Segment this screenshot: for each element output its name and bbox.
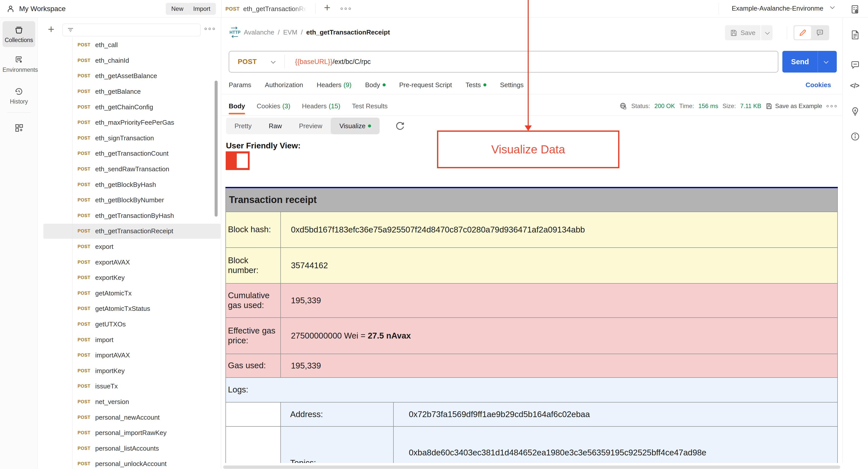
breadcrumb-request-name[interactable]: eth_getTransactionReceipt <box>306 28 390 36</box>
request-list-item[interactable]: POST eth_chainId <box>38 53 221 68</box>
request-list-item[interactable]: POST eth_sendRawTransaction <box>38 161 221 177</box>
request-list-item[interactable]: POST getUTXOs <box>38 317 221 332</box>
time-label: Time: <box>679 102 694 110</box>
horizontal-scrollbar[interactable] <box>221 463 868 469</box>
send-button[interactable]: Send <box>782 51 837 72</box>
view-raw[interactable]: Raw <box>260 118 290 134</box>
rail-history[interactable]: History <box>2 87 35 105</box>
rail-collections[interactable]: Collections <box>2 21 35 47</box>
request-list-item[interactable]: POST getAtomicTxStatus <box>38 301 221 317</box>
request-list-item[interactable]: POST eth_getChainConfig <box>38 99 221 115</box>
documentation-icon[interactable] <box>850 30 860 40</box>
request-list-item[interactable]: POST eth_getTransactionByHash <box>38 208 221 224</box>
view-pretty[interactable]: Pretty <box>226 118 260 134</box>
request-name: export <box>95 243 113 251</box>
visualizer-checkbox[interactable] <box>226 151 250 170</box>
request-list-item[interactable]: POST eth_getBalance <box>38 84 221 99</box>
tab-settings[interactable]: Settings <box>500 81 524 89</box>
response-tab-test-results[interactable]: Test Results <box>352 97 388 115</box>
request-list-item[interactable]: POST export <box>38 239 221 255</box>
workspace-switcher[interactable]: My Workspace <box>6 0 66 18</box>
tab-options-icon[interactable] <box>341 7 351 10</box>
row-value: 35744162 <box>281 248 838 283</box>
method-selector[interactable]: POST <box>229 58 257 66</box>
request-list-item[interactable]: POST importKey <box>38 363 221 379</box>
view-preview[interactable]: Preview <box>290 118 331 134</box>
request-list-item[interactable]: POST exportKey <box>38 270 221 286</box>
rail-environments[interactable]: Environments <box>2 55 35 73</box>
request-list-item[interactable]: POST eth_maxPriorityFeePerGas <box>38 115 221 130</box>
method-chevron-icon[interactable] <box>271 59 275 63</box>
tab-headers[interactable]: Headers(9) <box>317 81 351 89</box>
response-options-icon[interactable] <box>827 105 837 107</box>
tab-tests[interactable]: Tests <box>465 81 486 89</box>
environment-selector[interactable]: Example-Avalanche-Environme <box>732 4 824 12</box>
request-list-item[interactable]: POST personal_newAccount <box>38 410 221 425</box>
code-snippet-icon[interactable]: </> <box>850 82 859 90</box>
environment-quick-look-icon[interactable] <box>850 4 861 14</box>
response-tab-headers[interactable]: Headers(15) <box>302 97 341 115</box>
new-button[interactable]: New <box>166 3 189 15</box>
request-list-item[interactable]: POST net_version <box>38 394 221 410</box>
request-list-item[interactable]: POST eth_getBlockByHash <box>38 177 221 192</box>
request-list-item[interactable]: POST personal_unlockAccount <box>38 456 221 469</box>
request-list-item[interactable]: POST import <box>38 332 221 348</box>
history-icon <box>2 87 35 96</box>
save-as-example-button[interactable]: Save as Example <box>766 102 822 110</box>
edit-mode-button[interactable] <box>795 26 811 39</box>
size-value: 7.11 KB <box>740 102 762 110</box>
save-button[interactable]: Save <box>725 25 761 40</box>
breadcrumb-folder[interactable]: EVM <box>283 28 297 36</box>
url-input[interactable]: {{baseURL}}/ext/bc/C/rpc <box>295 58 371 66</box>
postbot-icon[interactable] <box>850 106 860 116</box>
search-input[interactable] <box>62 24 200 36</box>
request-list-item[interactable]: POST getAtomicTx <box>38 286 221 301</box>
workspace-name: My Workspace <box>19 5 66 13</box>
info-icon[interactable] <box>850 131 860 142</box>
send-options-icon[interactable] <box>824 59 828 63</box>
request-tab[interactable]: POST eth_getTransactionRece <box>225 0 307 18</box>
sidebar-scrollbar[interactable] <box>215 81 218 217</box>
request-list-item[interactable]: POST eth_getBlockByNumber <box>38 192 221 208</box>
chevron-down-icon[interactable] <box>830 4 835 9</box>
request-list-item[interactable]: POST personal_importRawKey <box>38 425 221 441</box>
request-list-item[interactable]: POST issueTx <box>38 379 221 394</box>
comments-icon[interactable] <box>850 60 860 70</box>
breadcrumb-collection[interactable]: Avalanche <box>244 28 274 36</box>
request-list-item[interactable]: POST eth_getTransactionReceipt <box>38 223 221 239</box>
add-collection-button[interactable]: + <box>48 24 54 35</box>
comment-mode-button[interactable] <box>812 26 828 39</box>
tab-authorization[interactable]: Authorization <box>265 81 303 89</box>
response-tab-cookies[interactable]: Cookies(3) <box>257 97 290 115</box>
request-list-item[interactable]: POST importAVAX <box>38 348 221 363</box>
topics-label: Topics: <box>281 427 394 469</box>
configure-sidebar-icon[interactable] <box>14 123 24 133</box>
tab-pre-request-script[interactable]: Pre-request Script <box>399 81 452 89</box>
method-badge: POST <box>78 89 92 94</box>
new-tab-button[interactable]: + <box>324 2 331 13</box>
request-name: eth_getChainConfig <box>95 103 153 111</box>
request-list-item[interactable]: POST exportAVAX <box>38 254 221 270</box>
request-list-item[interactable]: POST eth_signTransaction <box>38 130 221 146</box>
request-list-item[interactable]: POST personal_listAccounts <box>38 441 221 456</box>
request-list-item[interactable]: POST eth_getAssetBalance <box>38 68 221 84</box>
import-button[interactable]: Import <box>188 3 216 15</box>
tab-body[interactable]: Body <box>365 81 385 89</box>
request-list-item[interactable]: POST eth_call <box>38 37 221 53</box>
row-label: Gas used: <box>226 354 281 378</box>
cookies-link[interactable]: Cookies <box>806 75 831 94</box>
divider <box>221 115 842 116</box>
request-name: eth_getTransactionCount <box>95 150 168 157</box>
refresh-icon[interactable] <box>395 120 406 131</box>
logs-label: Logs: <box>226 378 838 402</box>
annotation-text: Visualize Data <box>491 143 565 156</box>
response-tab-body[interactable]: Body <box>229 97 245 115</box>
save-options-button[interactable] <box>761 25 773 40</box>
url-path: /ext/bc/C/rpc <box>333 58 371 65</box>
sidebar-options-icon[interactable] <box>205 28 215 30</box>
view-visualize[interactable]: Visualize <box>331 118 380 134</box>
request-list-item[interactable]: POST eth_getTransactionCount <box>38 146 221 161</box>
row-value: 195,339 <box>281 283 838 318</box>
request-name: exportAVAX <box>95 258 130 266</box>
tab-params[interactable]: Params <box>229 81 251 89</box>
